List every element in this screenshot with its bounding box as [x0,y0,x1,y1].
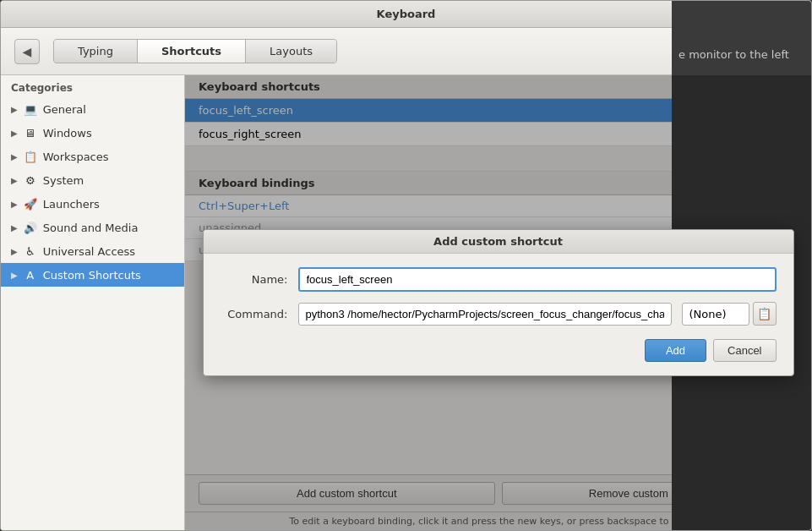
expand-icon: ▶ [11,152,18,161]
dialog-body: Name: Command: (None) 📋 [204,254,793,375]
expand-icon: ▶ [11,105,18,114]
content-area: Categories ▶ 💻 General ▶ 🖥 Windows ▶ 📋 W… [1,75,811,530]
sidebar-item-label: Custom Shortcuts [43,269,141,282]
tab-shortcuts[interactable]: Shortcuts [138,40,246,63]
sidebar-item-label: Workspaces [43,151,109,163]
sidebar-item-label: General [43,103,86,116]
sidebar-item-launchers[interactable]: ▶ 🚀 Launchers [1,192,184,216]
window-title: Keyboard [377,8,436,20]
sidebar-item-custom-shortcuts[interactable]: ▶ A Custom Shortcuts [1,263,184,287]
expand-icon: ▶ [11,129,18,138]
custom-shortcuts-icon: A [23,267,38,282]
name-label: Name: [221,273,288,286]
command-input[interactable] [298,303,672,326]
sidebar-item-label: Launchers [43,198,100,211]
sound-icon: 🔊 [23,220,38,235]
sidebar-item-general[interactable]: ▶ 💻 General [1,97,184,121]
add-shortcut-dialog: Add custom shortcut Name: Command: [203,229,794,376]
tab-group: Typing Shortcuts Layouts [53,39,337,63]
sidebar-item-sound-media[interactable]: ▶ 🔊 Sound and Media [1,216,184,239]
add-button[interactable]: Add [645,339,706,362]
sidebar-item-label: Sound and Media [43,222,139,234]
sidebar-item-workspaces[interactable]: ▶ 📋 Workspaces [1,145,184,168]
general-icon: 💻 [23,101,38,117]
expand-icon: ▶ [11,271,18,280]
dialog-overlay: Add custom shortcut Name: Command: [185,75,811,530]
command-label: Command: [221,308,288,320]
sidebar-header: Categories [1,75,184,97]
sidebar-item-label: Universal Access [43,245,135,258]
dialog-command-row: Command: (None) 📋 [221,302,777,326]
system-icon: ⚙ [23,172,38,188]
tab-typing[interactable]: Typing [54,40,138,63]
right-partial-text: e monitor to the left [672,41,796,68]
sidebar-item-system[interactable]: ▶ ⚙ System [1,168,184,192]
dialog-buttons: Add Cancel [221,339,777,362]
sidebar: Categories ▶ 💻 General ▶ 🖥 Windows ▶ 📋 W… [1,75,185,530]
main-panel: Keyboard shortcuts focus_left_screen foc… [185,75,811,530]
browse-button[interactable]: 📋 [753,302,777,326]
universal-access-icon: ♿ [23,244,38,259]
cancel-button[interactable]: Cancel [713,339,776,362]
shortcut-field: (None) 📋 [682,302,777,326]
launchers-icon: 🚀 [23,196,38,211]
name-input[interactable] [298,267,777,292]
dialog-name-row: Name: [221,267,777,292]
expand-icon: ▶ [11,223,18,233]
sidebar-item-label: System [43,174,84,187]
main-window: Keyboard − □ × ◀ Typing Shortcuts Layout… [0,0,812,531]
expand-icon: ▶ [11,247,18,256]
expand-icon: ▶ [11,200,18,209]
workspaces-icon: 📋 [23,149,38,164]
tab-layouts[interactable]: Layouts [246,40,336,63]
sidebar-item-label: Windows [43,127,92,140]
dialog-title: Add custom shortcut [204,230,793,254]
windows-icon: 🖥 [23,125,38,140]
sidebar-item-windows[interactable]: ▶ 🖥 Windows [1,121,184,145]
sidebar-item-universal-access[interactable]: ▶ ♿ Universal Access [1,239,184,263]
shortcut-display[interactable]: (None) [682,303,749,326]
expand-icon: ▶ [11,176,18,185]
back-button[interactable]: ◀ [14,39,40,64]
